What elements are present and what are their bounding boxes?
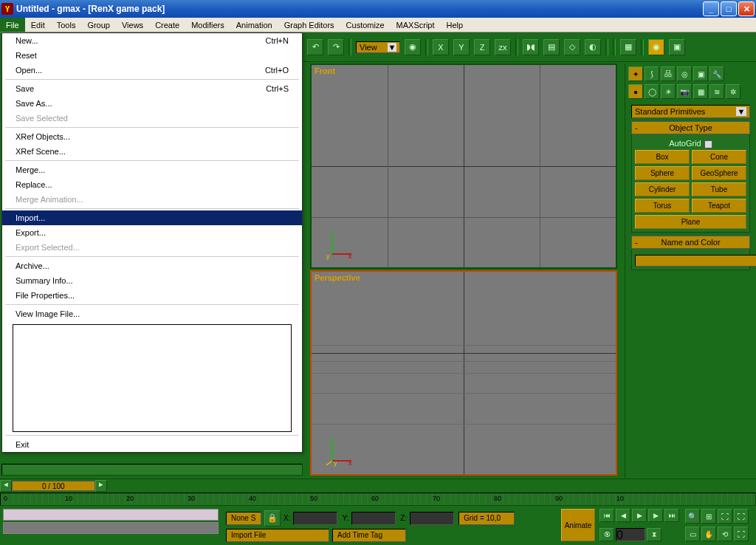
shapes-subtab-icon[interactable]: ◯ xyxy=(645,84,659,99)
time-slider-left-icon[interactable]: ◄ xyxy=(0,480,12,492)
time-config-icon[interactable]: ⧗ xyxy=(647,528,662,541)
tube-button[interactable]: Tube xyxy=(692,182,746,196)
file-menu-save[interactable]: SaveCtrl+S xyxy=(2,81,302,96)
object-name-input[interactable] xyxy=(635,255,756,267)
menu-create[interactable]: Create xyxy=(149,18,185,32)
time-slider[interactable]: ◄ 0 / 100 ► xyxy=(0,479,756,493)
restrict-y-icon[interactable]: Y xyxy=(453,39,470,55)
zoom-extents-all-icon[interactable]: ⛶ xyxy=(734,509,749,524)
plane-button[interactable]: Plane xyxy=(635,215,746,229)
file-menu-export[interactable]: Export... xyxy=(2,225,302,240)
menu-views[interactable]: Views xyxy=(116,18,149,32)
file-menu-save-as[interactable]: Save As... xyxy=(2,96,302,111)
angle-snap-icon[interactable]: ◐ xyxy=(585,39,601,55)
time-slider-right-icon[interactable]: ► xyxy=(95,480,107,492)
helpers-subtab-icon[interactable]: ▦ xyxy=(693,84,708,99)
redo-icon[interactable]: ↷ xyxy=(328,39,344,55)
spacewarps-subtab-icon[interactable]: ≋ xyxy=(709,84,724,99)
restrict-x-icon[interactable]: X xyxy=(433,39,449,55)
pan-icon[interactable]: ✋ xyxy=(701,527,716,541)
time-ruler[interactable]: 010203040506070809010 xyxy=(0,493,756,506)
zoom-all-icon[interactable]: ⊞ xyxy=(701,509,716,524)
file-menu-reset[interactable]: Reset xyxy=(2,48,302,63)
menu-edit[interactable]: Edit xyxy=(25,18,51,32)
file-menu-file-properties[interactable]: File Properties... xyxy=(2,288,302,303)
maximize-viewport-icon[interactable]: ⛶ xyxy=(734,527,749,541)
menu-maxscript[interactable]: MAXScript xyxy=(391,18,441,32)
zoom-icon[interactable]: 🔍 xyxy=(685,509,700,524)
display-tab-icon[interactable]: ▣ xyxy=(693,66,708,81)
menu-customize[interactable]: Customize xyxy=(340,18,391,32)
sphere-button[interactable]: Sphere xyxy=(635,166,690,180)
file-menu-xref-scene[interactable]: XRef Scene... xyxy=(2,144,302,159)
lights-subtab-icon[interactable]: ☀ xyxy=(661,84,676,99)
autogrid-checkbox[interactable]: AutoGrid xyxy=(635,137,746,150)
viewport-perspective[interactable]: Perspective zxy xyxy=(310,270,617,476)
menu-file[interactable]: File xyxy=(0,18,25,32)
geosphere-button[interactable]: GeoSphere xyxy=(692,166,746,180)
cone-button[interactable]: Cone xyxy=(692,150,746,164)
named-selection-icon[interactable]: ▦ xyxy=(620,39,636,55)
next-frame-icon[interactable]: ▶ xyxy=(648,509,663,522)
y-coord-input[interactable] xyxy=(351,512,396,525)
region-zoom-icon[interactable]: ▭ xyxy=(685,527,700,541)
time-slider-thumb[interactable]: 0 / 100 xyxy=(12,481,95,491)
viewport-front[interactable]: Front zxy xyxy=(310,64,617,269)
motion-tab-icon[interactable]: ◎ xyxy=(677,66,692,81)
arc-rotate-icon[interactable]: ⟲ xyxy=(718,527,732,541)
cameras-subtab-icon[interactable]: 📷 xyxy=(677,84,692,99)
track-scrollbar[interactable] xyxy=(1,464,303,476)
play-icon[interactable]: ▶ xyxy=(632,509,647,522)
hierarchy-tab-icon[interactable]: 品 xyxy=(661,66,676,81)
prev-frame-icon[interactable]: ◀ xyxy=(616,509,630,522)
file-menu-import[interactable]: Import... xyxy=(2,210,302,225)
file-menu-merge[interactable]: Merge... xyxy=(2,162,302,177)
current-frame-input[interactable]: 0 xyxy=(616,528,645,541)
utilities-tab-icon[interactable]: 🔧 xyxy=(709,66,724,81)
animate-button[interactable]: Animate xyxy=(561,509,595,541)
maximize-button[interactable]: □ xyxy=(721,1,737,16)
menu-modifiers[interactable]: Modifiers xyxy=(185,18,230,32)
create-tab-icon[interactable]: ✦ xyxy=(628,66,643,81)
goto-end-icon[interactable]: ⏭ xyxy=(664,509,679,522)
systems-subtab-icon[interactable]: ✲ xyxy=(726,84,740,99)
file-menu-xref-objects[interactable]: XRef Objects... xyxy=(2,129,302,144)
file-menu-archive[interactable]: Archive... xyxy=(2,258,302,273)
close-button[interactable]: ✕ xyxy=(738,1,755,16)
restrict-z-icon[interactable]: Z xyxy=(474,39,490,55)
category-dropdown[interactable]: Standard Primitives▼ xyxy=(631,105,750,118)
file-menu-new[interactable]: New...Ctrl+N xyxy=(2,33,302,48)
name-color-rollout-head[interactable]: -Name and Color xyxy=(631,236,750,249)
snap-toggle-icon[interactable]: ◇ xyxy=(564,39,580,55)
mirror-icon[interactable]: ◗◖ xyxy=(523,39,539,55)
menu-help[interactable]: Help xyxy=(441,18,470,32)
x-coord-input[interactable] xyxy=(293,512,337,525)
zoom-extents-icon[interactable]: ⛶ xyxy=(718,509,732,524)
file-menu-open[interactable]: Open...Ctrl+O xyxy=(2,63,302,78)
key-mode-icon[interactable]: ⦿ xyxy=(599,528,614,541)
minimize-button[interactable]: _ xyxy=(703,1,719,16)
object-type-rollout-head[interactable]: -Object Type xyxy=(631,121,750,134)
teapot-button[interactable]: Teapot xyxy=(692,199,746,213)
file-menu-replace[interactable]: Replace... xyxy=(2,177,302,192)
menu-animation[interactable]: Animation xyxy=(230,18,278,32)
render-icon[interactable]: ▣ xyxy=(669,39,685,55)
add-time-tag-button[interactable]: Add Time Tag xyxy=(332,529,406,542)
undo-icon[interactable]: ↶ xyxy=(307,39,323,55)
goto-start-icon[interactable]: ⏮ xyxy=(599,509,614,522)
geometry-subtab-icon[interactable]: ● xyxy=(628,84,643,99)
z-coord-input[interactable] xyxy=(410,512,454,525)
torus-button[interactable]: Torus xyxy=(635,199,690,213)
pivot-icon[interactable]: ◉ xyxy=(405,39,421,55)
file-menu-summary-info[interactable]: Summary Info... xyxy=(2,273,302,288)
modify-tab-icon[interactable]: ⟆ xyxy=(645,66,659,81)
box-button[interactable]: Box xyxy=(635,150,690,164)
align-icon[interactable]: ▤ xyxy=(543,39,560,55)
menu-group[interactable]: Group xyxy=(81,18,116,32)
cylinder-button[interactable]: Cylinder xyxy=(635,182,690,196)
menu-graph-editors[interactable]: Graph Editors xyxy=(278,18,340,32)
reference-coord-dropdown[interactable]: View▼ xyxy=(356,41,400,53)
menu-tools[interactable]: Tools xyxy=(51,18,82,32)
selection-lock-icon[interactable]: 🔒 xyxy=(264,510,281,527)
restrict-xy-icon[interactable]: zx xyxy=(495,39,511,55)
